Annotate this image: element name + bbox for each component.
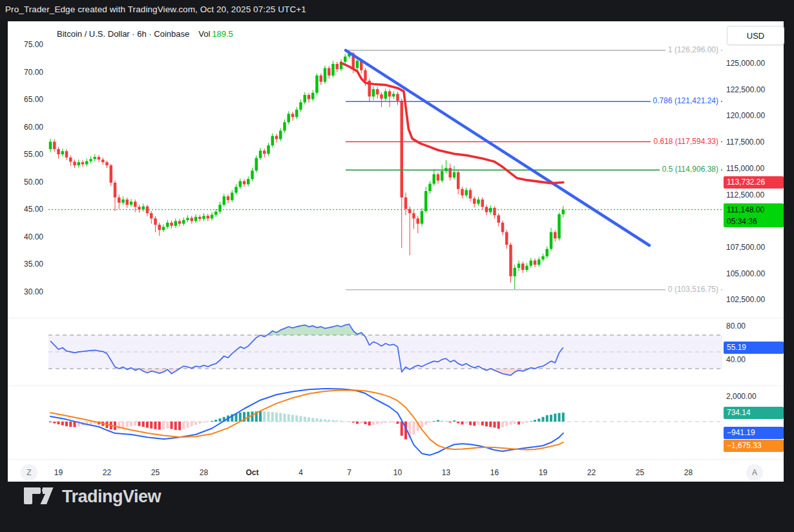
volume-value: 189.5 <box>212 29 233 39</box>
time-axis-label: 25 <box>141 468 170 477</box>
left-scale-label: 30.00 <box>0 287 43 296</box>
autoscale-button[interactable]: A <box>746 464 763 481</box>
timezone-button[interactable]: Z <box>21 464 37 481</box>
volume-label: Vol <box>198 29 210 39</box>
attribution-text: Pro_Trader_Edge created with TradingView… <box>5 5 306 14</box>
fib-level-label: 1 (126,296.00) <box>543 45 721 54</box>
rsi-value-tag: 55.19 <box>724 342 784 354</box>
currency-button[interactable]: USD <box>727 26 784 45</box>
symbol-title: Bitcoin / U.S. Dollar · 6h · Coinbase <box>57 29 189 39</box>
fib-level-label: 0.786 (121,421.24) <box>543 96 721 105</box>
time-axis-label: 28 <box>674 468 703 477</box>
tradingview-snapshot: Pro_Trader_Edge created with TradingView… <box>0 0 794 532</box>
chart-legend[interactable]: Bitcoin / U.S. Dollar · 6h · Coinbase Vo… <box>57 29 233 39</box>
price-scale-label: 112,500.00 <box>726 190 784 200</box>
time-axis-label: 10 <box>384 468 412 477</box>
fib-level-label: 0.618 (117,594.33) <box>543 137 721 146</box>
time-axis-label: 19 <box>45 468 73 477</box>
time-axis-label: 22 <box>578 468 606 477</box>
tradingview-logo-icon <box>21 484 55 509</box>
tradingview-logo[interactable]: TradingView <box>21 484 161 509</box>
price-scale-label: 120,000.00 <box>726 111 784 120</box>
time-axis-label: 7 <box>335 468 364 477</box>
left-scale-label: 75.00 <box>0 40 43 49</box>
attribution-bar: Pro_Trader_Edge created with TradingView… <box>0 0 794 21</box>
rsi-scale-label: 80.00 <box>726 322 784 331</box>
left-scale-label: 55.00 <box>0 150 43 159</box>
time-axis-label: 13 <box>432 468 461 477</box>
left-scale-label: 70.00 <box>0 68 43 77</box>
price-scale-label: 115,000.00 <box>726 164 784 173</box>
time-axis-label: 22 <box>93 468 121 477</box>
price-scale-label: 125,000.00 <box>726 59 784 68</box>
left-scale-label: 50.00 <box>0 178 43 187</box>
price-scale-label: 117,500.00 <box>726 138 784 147</box>
macd-hist-value-tag: 734.14 <box>724 407 784 419</box>
left-scale-label: 40.00 <box>0 232 43 241</box>
time-axis-label: Oct <box>238 468 267 477</box>
macd-signal-value-tag: −1,675.33 <box>724 440 784 452</box>
price-scale-label: 107,500.00 <box>726 243 784 252</box>
current-price-value: 111,148.00 <box>727 204 784 216</box>
macd-line-value-tag: −941.19 <box>724 427 784 439</box>
fib-level-label: 0.5 (114,906.38) <box>543 165 721 174</box>
price-scale-label: 122,500.00 <box>726 85 784 94</box>
price-scale-label: 102,500.00 <box>726 295 784 304</box>
tradingview-logo-text: TradingView <box>62 487 161 507</box>
candle-countdown: 05:34:36 <box>727 216 784 227</box>
left-scale-label: 65.00 <box>0 95 43 104</box>
chart-panel <box>8 21 784 482</box>
price-scale-label: 105,000.00 <box>726 269 784 278</box>
rsi-scale-label: 40.00 <box>726 355 784 364</box>
macd-scale-label: 2,000.00 <box>726 392 784 401</box>
time-axis-label: 4 <box>287 468 315 477</box>
fib-level-label: 0 (103,516.75) <box>543 285 721 294</box>
left-scale-label: 45.00 <box>0 205 43 214</box>
left-scale-label: 60.00 <box>0 123 43 132</box>
left-scale-label: 35.00 <box>0 260 43 269</box>
time-axis-label: 25 <box>626 468 654 477</box>
time-axis-label: 16 <box>481 468 509 477</box>
current-price-tag: 111,148.00 05:34:36 <box>724 203 784 227</box>
time-axis-label: 19 <box>529 468 558 477</box>
red-line-value-tag: 113,732.26 <box>724 176 784 189</box>
time-axis-label: 28 <box>190 468 218 477</box>
